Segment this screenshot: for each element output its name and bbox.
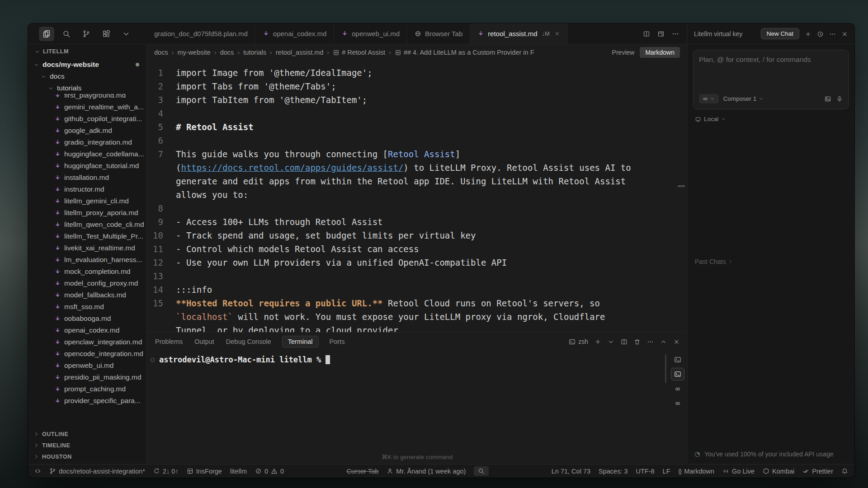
indentation[interactable]: Spaces: 3 bbox=[599, 468, 628, 475]
notifications[interactable] bbox=[841, 468, 848, 474]
go-live[interactable]: Go Live bbox=[722, 468, 755, 475]
more-actions[interactable] bbox=[672, 30, 679, 38]
panel-tab-debug-console[interactable]: Debug Console bbox=[225, 336, 272, 347]
local-selector[interactable]: Local bbox=[693, 116, 849, 122]
problems[interactable]: 00 bbox=[255, 468, 284, 475]
add-chat[interactable] bbox=[805, 30, 811, 38]
new-terminal[interactable] bbox=[594, 338, 601, 345]
file-instructor-md[interactable]: instructor.md bbox=[28, 183, 146, 195]
code-editor[interactable]: 1import Image from '@theme/IdealImage';2… bbox=[147, 61, 687, 332]
insforge[interactable]: InsForge bbox=[187, 468, 222, 475]
breadcrumb-item-4-add-litellm-as-a-custom-provider-in-f[interactable]: ## 4. Add LiteLLM as a Custom Provider i… bbox=[395, 49, 534, 56]
activity-search[interactable] bbox=[59, 27, 74, 41]
tab-retool-assist-md[interactable]: retool_assist.md↓M bbox=[470, 23, 568, 44]
terminal-instance-1[interactable] bbox=[671, 353, 684, 366]
prettier[interactable]: Prettier bbox=[802, 468, 833, 475]
attach-image[interactable] bbox=[824, 95, 831, 103]
section-houston[interactable]: HOUSTON bbox=[28, 451, 146, 462]
preview-button[interactable]: Preview bbox=[612, 49, 635, 56]
split-terminal[interactable] bbox=[621, 338, 627, 345]
breadcrumb-item-retool-assist[interactable]: # Retool Assist bbox=[333, 49, 385, 56]
composer-instance-2[interactable]: ∞ bbox=[671, 397, 684, 409]
section-outline[interactable]: OUTLINE bbox=[28, 428, 146, 440]
split-editor[interactable] bbox=[643, 30, 650, 38]
encoding[interactable]: UTF-8 bbox=[636, 468, 655, 475]
file-litellm-proxy-aporia-md[interactable]: litellm_proxy_aporia.md bbox=[28, 207, 146, 219]
folder-docs[interactable]: docs bbox=[28, 70, 146, 82]
section-timeline[interactable]: TIMELINE bbox=[28, 440, 146, 451]
terminal-profile-dropdown[interactable] bbox=[608, 338, 614, 345]
git-sync[interactable]: 2↓ 0↑ bbox=[153, 468, 179, 475]
tab-openweb-ui-md[interactable]: openweb_ui.md bbox=[334, 23, 407, 44]
file-openai-codex-md[interactable]: openai_codex.md bbox=[28, 324, 146, 336]
git-blame[interactable]: Mr. Ånand (1 week ago) bbox=[387, 468, 466, 475]
activity-explorer[interactable] bbox=[39, 27, 54, 41]
composer-instance-1[interactable]: ∞ bbox=[671, 382, 684, 395]
breadcrumb-item-retool-assist-md[interactable]: retool_assist.md bbox=[276, 49, 324, 56]
panel-tab-problems[interactable]: Problems bbox=[154, 336, 184, 347]
workspace-header[interactable]: LITELLM bbox=[28, 44, 146, 59]
breadcrumb-item-docs[interactable]: docs bbox=[154, 49, 168, 56]
eol[interactable]: LF bbox=[663, 468, 670, 475]
file-litellm-test-multiple-pr[interactable]: litellm_Test_Multiple_Pr... bbox=[28, 230, 146, 242]
cursor-position[interactable]: Ln 71, Col 73 bbox=[552, 468, 590, 475]
file-mock-completion-md[interactable]: mock_completion.md bbox=[28, 266, 146, 277]
panel-tab-output[interactable]: Output bbox=[193, 336, 215, 347]
chat-input[interactable]: Plan, @ for context, / for commands ∞ Co… bbox=[693, 50, 849, 109]
panel-tab-ports[interactable]: Ports bbox=[329, 336, 346, 347]
activity-more-views[interactable] bbox=[118, 27, 134, 41]
breadcrumb-item-docs[interactable]: docs bbox=[220, 49, 234, 56]
file-oobabooga-md[interactable]: oobabooga.md bbox=[28, 313, 146, 324]
litellm-status[interactable]: litellm bbox=[230, 468, 247, 475]
file-opencode-integration-md[interactable]: opencode_integration.md bbox=[28, 348, 146, 360]
terminal-more[interactable] bbox=[647, 338, 654, 345]
file-huggingface-codellama[interactable]: huggingface_codellama... bbox=[28, 148, 146, 160]
file-model-config-proxy-md[interactable]: model_config_proxy.md bbox=[28, 277, 146, 289]
activity-extensions[interactable] bbox=[99, 27, 114, 41]
file-gemini-realtime-with-a[interactable]: gemini_realtime_with_a... bbox=[28, 101, 146, 113]
composer-selector[interactable]: Composer 1 bbox=[723, 95, 764, 102]
chat-more[interactable] bbox=[829, 30, 836, 38]
file-msft-sso-md[interactable]: msft_sso.md bbox=[28, 301, 146, 313]
customize-layout[interactable] bbox=[657, 30, 665, 38]
terminal-instance-2[interactable] bbox=[671, 368, 684, 380]
activity-source-control[interactable] bbox=[79, 27, 94, 41]
close-tab-button[interactable] bbox=[554, 31, 560, 37]
maximize-panel[interactable] bbox=[660, 338, 667, 345]
folder-tutorials[interactable]: tutorials bbox=[28, 82, 146, 94]
file-openclaw-integration-md[interactable]: openclaw_integration.md bbox=[28, 336, 146, 348]
file-prompt-caching-md[interactable]: prompt_caching.md bbox=[28, 383, 146, 395]
file-installation-md[interactable]: installation.md bbox=[28, 172, 146, 183]
folder-docs-my-website[interactable]: docs/my-website bbox=[28, 59, 146, 70]
shell-selector[interactable]: zsh bbox=[569, 338, 588, 345]
search-button[interactable] bbox=[474, 466, 489, 476]
file-google-adk-md[interactable]: google_adk.md bbox=[28, 125, 146, 136]
file-model-fallbacks-md[interactable]: model_fallbacks.md bbox=[28, 289, 146, 301]
git-branch[interactable]: docs/retool-assist-integration* bbox=[49, 468, 145, 475]
file-provider-specific-para[interactable]: provider_specific_para... bbox=[28, 395, 146, 407]
kill-terminal[interactable] bbox=[634, 338, 641, 345]
editor-scrollbar[interactable] bbox=[678, 185, 685, 187]
tab-browser-tab[interactable]: Browser Tab bbox=[407, 23, 470, 44]
file-openweb-ui-md[interactable]: openweb_ui.md bbox=[28, 360, 146, 371]
new-chat-button[interactable]: New Chat bbox=[761, 28, 799, 39]
file-litellm-qwen-code-cli-md[interactable]: litellm_qwen_code_cli.md bbox=[28, 219, 146, 230]
voice-input[interactable] bbox=[836, 95, 843, 103]
terminal-scrollbar[interactable] bbox=[665, 354, 666, 383]
breadcrumb-item-tutorials[interactable]: tutorials bbox=[243, 49, 266, 56]
file-presidio-pii-masking-md[interactable]: presidio_pii_masking.md bbox=[28, 371, 146, 383]
markdown-button[interactable]: Markdown bbox=[640, 47, 680, 58]
panel-tab-terminal[interactable]: Terminal bbox=[282, 336, 319, 347]
file-huggingface-tutorial-md[interactable]: huggingface_tutorial.md bbox=[28, 160, 146, 172]
file-livekit-xai-realtime-md[interactable]: livekit_xai_realtime.md bbox=[28, 242, 146, 254]
close-panel[interactable] bbox=[673, 338, 680, 345]
remote-indicator[interactable] bbox=[34, 468, 41, 474]
breadcrumb-item-my-website[interactable]: my-website bbox=[177, 49, 210, 56]
tab-gration-doc-d075fd58-plan-md[interactable]: gration_doc_d075fd58.plan.md bbox=[147, 23, 255, 44]
file-gradio-integration-md[interactable]: gradio_integration.md bbox=[28, 136, 146, 148]
past-chats[interactable]: Past Chats bbox=[693, 258, 849, 265]
file-litellm-gemini-cli-md[interactable]: litellm_gemini_cli.md bbox=[28, 195, 146, 207]
tab-openai-codex-md[interactable]: openai_codex.md bbox=[255, 23, 334, 44]
language-mode[interactable]: {}Markdown bbox=[679, 468, 715, 475]
cursor-tab-toggle[interactable]: Cursor Tab bbox=[347, 468, 379, 475]
